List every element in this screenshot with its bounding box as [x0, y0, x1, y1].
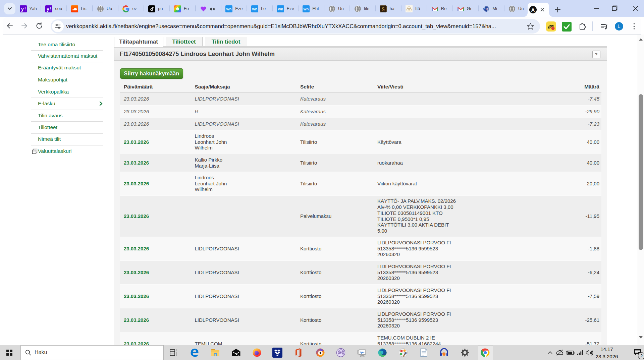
svg-text:!: ! — [24, 7, 26, 11]
svg-text:wn: wn — [303, 7, 309, 11]
svg-text:wn: wn — [226, 7, 232, 11]
svg-text:!: ! — [50, 7, 51, 11]
svg-text:y: y — [47, 6, 49, 12]
svg-text:wn: wn — [252, 7, 258, 11]
svg-text:wn: wn — [277, 7, 283, 11]
svg-text:S: S — [382, 6, 385, 12]
svg-text:112: 112 — [484, 8, 488, 11]
svg-text:y: y — [21, 6, 24, 12]
